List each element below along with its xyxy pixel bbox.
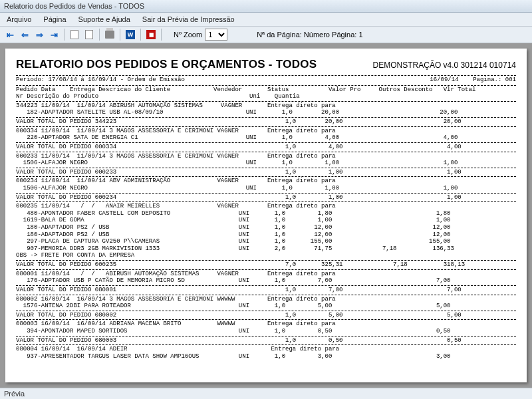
order-total: VALOR TOTAL DO PEDIDO 344223 1,0 20,00 2… (16, 118, 516, 126)
order-head: 080002 16/09/14 16/09/14 3 MAGOS ASSESSO… (16, 296, 516, 303)
page-number-label: Nª da Página: Número Página: 1 (257, 31, 362, 39)
order-head: 000334 11/09/14 11/09/14 3 MAGOS ASSESSO… (16, 128, 516, 135)
order-total: VALOR TOTAL DO PEDIDO 080001 1,0 7,00 7,… (16, 287, 516, 294)
order-head: 080003 16/09/14 16/09/14 ADRIANA MACENA … (16, 321, 516, 328)
report-pagina: Pagina.: 001 (473, 76, 516, 83)
order-head: 000233 11/09/14 11/09/14 3 MAGOS ASSESSO… (16, 153, 516, 160)
prev-page-icon[interactable]: ⇐ (19, 29, 31, 41)
order-head: 080001 11/09/14 / / ABIRUSH AUTOMAÇÃO SI… (16, 271, 516, 278)
first-page-icon[interactable]: ⇤ (4, 29, 16, 41)
zoom-select[interactable]: 1 (205, 29, 227, 41)
separator (64, 29, 65, 41)
order-item: 1506-ALFAJOR NEGRO UNI 1,0 1,00 1,00 (16, 160, 516, 167)
multi-page-icon[interactable] (83, 29, 95, 41)
menu-suporte[interactable]: Suporte e Ajuda (74, 14, 134, 25)
menu-pagina[interactable]: Página (39, 14, 70, 25)
menubar: Arquivo Página Suporte e Ajuda Sair da P… (0, 13, 532, 27)
demo-text: DEMONSTRAÇÃO v4.0 301214 010714 (373, 61, 516, 70)
order-item: 297-PLACA DE CAPTURA GV250 P\\CAMERAS UN… (16, 238, 516, 245)
order-item: 937-APRESENTADOR TARGUS LASER DATA SHOW … (16, 353, 516, 360)
order-item: 1576-ANTENA 2DBI PARA ROTEADOR UNI 1,0 5… (16, 303, 516, 310)
order-item: 394-APONTADOR MAPED SORTIDOS UNI 1,0 0,5… (16, 328, 516, 335)
separator (120, 29, 120, 41)
order-item: 907-MEMORIA DDR3 2GB MARKIVISION 1333 UN… (16, 245, 516, 253)
order-item: 182-ADAPTADOR SATELITE USB AL-08/09/10 U… (16, 109, 516, 116)
menu-arquivo[interactable]: Arquivo (3, 14, 35, 25)
window-title: Relatorio dos Pedidos de Vendas - TODOS (4, 2, 144, 10)
word-export-icon[interactable]: W (124, 29, 136, 41)
header-row-1: Pedido Data Entrega Descricao do Cliente… (16, 86, 516, 94)
report-title: RELATORIO DOS PEDIDOS E ORÇAMENTOS - TOD… (16, 58, 317, 71)
order-total: VALOR TOTAL DO PEDIDO 080002 1,0 5,00 5,… (16, 312, 516, 319)
order-total: VALOR TOTAL DO PEDIDO 000334 1,0 4,00 4,… (16, 144, 516, 151)
orders-container: 344223 11/09/14 11/09/14 ABIRUSH AUTOMAÇ… (16, 102, 516, 360)
statusbar: Prévia (0, 388, 532, 399)
pdf-export-icon[interactable]: ◼ (145, 29, 157, 41)
order-item: 176-ADPTADOR USB P CATÃO DE MEMORIA MICR… (16, 277, 516, 285)
single-page-icon[interactable] (68, 29, 80, 41)
order-item: 1506-ALFAJOR NEGRO UNI 1,0 1,00 1,00 (16, 185, 516, 192)
order-item: 480-APONTADOR FABER CASTELL COM DEPOSITO… (16, 210, 516, 217)
preview-area[interactable]: RELATORIO DOS PEDIDOS E ORÇAMENTOS - TOD… (0, 43, 532, 388)
report-page: RELATORIO DOS PEDIDOS E ORÇAMENTOS - TOD… (5, 49, 527, 382)
separator (140, 29, 141, 41)
order-total: VALOR TOTAL DO PEDIDO 080003 1,0 0,50 0,… (16, 337, 516, 344)
order-total: VALOR TOTAL DO PEDIDO 000235 7,0 325,31 … (16, 261, 516, 269)
order-item: 180-ADAPTADOR PS2 / USB UNI 1,0 12,00 12… (16, 224, 516, 231)
print-preview-window: Relatorio dos Pedidos de Vendas - TODOS … (0, 0, 532, 399)
order-obs: OBS -> FRETE POR CONTA DA EMPRESA (16, 252, 516, 259)
separator (161, 29, 162, 41)
next-page-icon[interactable]: ⇒ (33, 29, 45, 41)
separator (99, 29, 100, 41)
order-head: 000235 11/09/14 / / ANAIR MEIRELLES VAGN… (16, 203, 516, 210)
last-page-icon[interactable]: ⇥ (48, 29, 60, 41)
header-row-2: Nr Descrição do Produto Uni Quantia (16, 93, 516, 100)
toolbar: ⇤ ⇐ ⇒ ⇥ W ◼ Nº Zoom 1 Nª da Página: Núme… (0, 27, 532, 43)
order-item: 1619-BALA DE GOMA UNI 1,0 1,00 1,00 (16, 217, 516, 224)
order-head: 000234 11/09/14 11/09/14 ABV ADMINISTRAÇ… (16, 178, 516, 185)
order-item: 180-ADAPTADOR PS2 / USB UNI 1,0 12,00 12… (16, 231, 516, 239)
order-total: VALOR TOTAL DO PEDIDO 000233 1,0 1,00 1,… (16, 169, 516, 176)
menu-sair[interactable]: Sair da Prévia de Impressão (138, 14, 239, 25)
printer-icon[interactable] (104, 29, 116, 41)
zoom-label: Nº Zoom (174, 31, 202, 39)
report-date: 16/09/14 (430, 76, 458, 83)
status-text: Prévia (4, 390, 25, 398)
order-item: 220-ADPTADOR SATA DE ENERGIA C1 UNI 1,0 … (16, 134, 516, 142)
period-text: Periodo: 17/08/14 à 16/09/14 - Ordem de … (16, 76, 185, 84)
titlebar: Relatorio dos Pedidos de Vendas - TODOS (0, 0, 532, 13)
order-head: 080004 16/09/14 16/09/14 ADEIR Entrega d… (16, 346, 516, 353)
order-head: 344223 11/09/14 11/09/14 ABIRUSH AUTOMAÇ… (16, 102, 516, 110)
order-total: VALOR TOTAL DO PEDIDO 000234 1,0 1,00 1,… (16, 194, 516, 201)
